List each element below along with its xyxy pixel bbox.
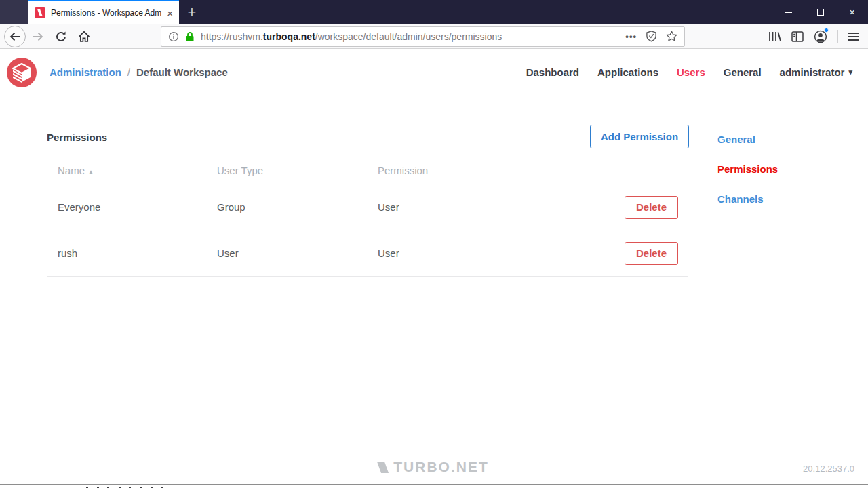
delete-button[interactable]: Delete: [625, 242, 678, 265]
url-bar[interactable]: https://rushvm.turboqa.net/workspace/def…: [161, 26, 685, 47]
permissions-table: Name▲ User Type Permission Everyone Grou…: [47, 157, 688, 277]
turbo-slash-icon: [377, 462, 389, 473]
nav-dashboard[interactable]: Dashboard: [526, 66, 579, 78]
column-header-name[interactable]: Name▲: [47, 165, 217, 176]
page-title: Permissions: [47, 131, 107, 143]
reload-button[interactable]: [50, 26, 73, 47]
window-minimize-button[interactable]: [772, 0, 804, 24]
home-button[interactable]: [73, 26, 96, 47]
browser-tab[interactable]: Permissions - Workspace Admi ×: [28, 0, 179, 24]
column-header-user-type[interactable]: User Type: [217, 165, 378, 176]
browser-toolbar: https://rushvm.turboqa.net/workspace/def…: [0, 24, 868, 49]
new-tab-button[interactable]: +: [179, 0, 205, 24]
forward-button[interactable]: [26, 26, 50, 47]
cell-name: rush: [47, 247, 217, 259]
back-arrow-icon: [4, 26, 26, 47]
cell-permission: User: [378, 201, 578, 213]
url-domain: turboqa.net: [263, 31, 315, 42]
url-text: https://rushvm.turboqa.net/workspace/def…: [201, 31, 502, 42]
bookmark-star-icon[interactable]: [666, 30, 677, 42]
account-badge: [824, 28, 829, 33]
breadcrumb: Administration / Default Workspace: [50, 66, 228, 78]
chevron-down-icon: ▾: [848, 68, 852, 77]
sidenav-general[interactable]: General: [717, 134, 778, 145]
toolbar-divider: [837, 30, 838, 43]
account-button[interactable]: [814, 30, 827, 43]
column-header-permission[interactable]: Permission: [378, 165, 578, 176]
user-menu-label: administrator: [780, 66, 845, 78]
table-header-row: Name▲ User Type Permission: [47, 157, 688, 184]
page-header: Administration / Default Workspace Dashb…: [0, 49, 868, 96]
settings-side-nav: General Permissions Channels: [709, 125, 778, 212]
footer-brand: TURBO.NET: [0, 459, 868, 475]
sidenav-channels[interactable]: Channels: [717, 193, 778, 205]
titlebar-spacer: [0, 0, 28, 24]
footer-brand-text: TURBO.NET: [393, 459, 489, 475]
nav-general[interactable]: General: [724, 66, 762, 78]
nav-users[interactable]: Users: [677, 66, 705, 78]
tracking-shield-icon[interactable]: [646, 30, 657, 42]
secure-lock-icon[interactable]: [185, 31, 195, 42]
forward-arrow-icon: [31, 30, 45, 43]
home-icon: [77, 30, 91, 43]
table-row: Everyone Group User Delete: [47, 184, 688, 230]
page-info-icon[interactable]: [168, 31, 179, 42]
nav-applications[interactable]: Applications: [597, 66, 658, 78]
tab-title: Permissions - Workspace Admi: [51, 8, 161, 18]
cell-name: Everyone: [47, 201, 217, 213]
add-permission-button[interactable]: Add Permission: [590, 125, 689, 148]
back-button[interactable]: [3, 26, 26, 47]
tab-close-icon[interactable]: ×: [167, 8, 173, 18]
breadcrumb-administration-link[interactable]: Administration: [50, 66, 121, 78]
top-navigation: Dashboard Applications Users General adm…: [526, 66, 861, 78]
clipped-text-fragments: [0, 484, 868, 488]
breadcrumb-current-page: Default Workspace: [136, 66, 228, 78]
library-icon[interactable]: [768, 30, 781, 43]
table-row: rush User User Delete: [47, 230, 688, 277]
cell-permission: User: [378, 247, 578, 259]
page-actions-icon[interactable]: •••: [625, 31, 637, 41]
breadcrumb-separator: /: [127, 66, 130, 78]
turbo-favicon-icon: [35, 7, 45, 18]
sidenav-permissions[interactable]: Permissions: [717, 163, 778, 175]
turbo-logo[interactable]: [7, 58, 37, 87]
user-menu[interactable]: administrator ▾: [780, 66, 852, 78]
window-controls: ×: [772, 0, 868, 24]
browser-titlebar: Permissions - Workspace Admi × + ×: [0, 0, 868, 24]
version-label: 20.12.2537.0: [803, 464, 854, 474]
reload-icon: [55, 30, 67, 43]
sidebars-icon[interactable]: [791, 31, 804, 42]
window-maximize-button[interactable]: [804, 0, 836, 24]
delete-button[interactable]: Delete: [625, 196, 678, 219]
cell-user-type: Group: [217, 201, 378, 213]
cell-user-type: User: [217, 247, 378, 259]
sort-asc-icon: ▲: [88, 169, 94, 175]
window-close-button[interactable]: ×: [836, 0, 868, 24]
menu-hamburger-icon[interactable]: [848, 33, 859, 41]
